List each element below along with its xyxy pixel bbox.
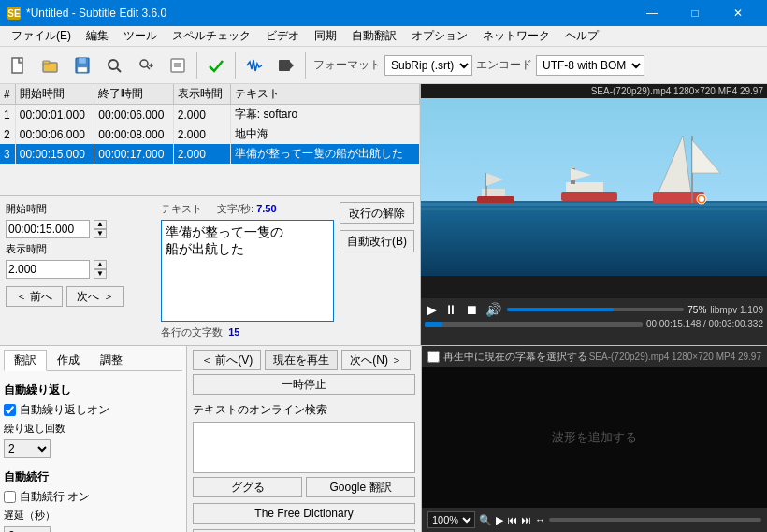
cell-num: 1	[0, 105, 15, 125]
svg-rect-2	[43, 61, 50, 64]
waveform-position-slider[interactable]	[549, 518, 761, 522]
svg-rect-32	[421, 208, 767, 210]
next-btn[interactable]: 次へ ＞	[66, 286, 123, 307]
tab-adjust[interactable]: 調整	[90, 350, 133, 370]
waveform-select-checkbox[interactable]	[427, 351, 440, 363]
svg-rect-4	[79, 58, 86, 64]
online-search-input[interactable]	[193, 422, 415, 473]
start-time-up[interactable]: ▲	[94, 220, 107, 229]
start-time-spinner: ▲ ▼	[94, 220, 107, 238]
menu-autotranslate[interactable]: 自動翻訳	[344, 26, 404, 46]
table-row[interactable]: 2 00:00:06.000 00:00:08.000 2.000 地中海	[0, 124, 420, 144]
auto-continue-checkbox[interactable]	[4, 491, 16, 503]
google-translate-btn[interactable]: Google 翻訳	[306, 477, 415, 497]
svg-rect-10	[171, 59, 184, 72]
open-button[interactable]	[36, 50, 65, 80]
format-select[interactable]: SubRip (.srt)	[384, 55, 472, 76]
waveform-video-info: SEA-(720p29).mp4 1280×720 MP4 29.97	[589, 352, 761, 362]
window-title: *Untitled - Subtitle Edit 3.6.0	[26, 7, 166, 20]
left-panel: # 開始時間 終了時間 表示時間 テキスト 1 00:00:01.000 00:…	[0, 84, 421, 345]
cell-dur: 2.000	[173, 105, 230, 125]
edit-button[interactable]	[163, 50, 193, 80]
svg-rect-16	[421, 201, 767, 276]
subtitle-table[interactable]: # 開始時間 終了時間 表示時間 テキスト 1 00:00:01.000 00:…	[0, 84, 420, 196]
translation-panel: 翻訳 作成 調整 自動繰り返し 自動繰り返しオン 繰り返し回数 234 自動続行…	[0, 346, 187, 532]
char-count-row: 各行の文字数: 15	[161, 325, 334, 339]
menu-options[interactable]: オプション	[404, 26, 475, 46]
close-button[interactable]: ✕	[716, 0, 760, 26]
auto-break-btn[interactable]: 自動改行(B)	[340, 230, 414, 252]
pause-btn[interactable]: ⏸	[442, 302, 459, 317]
table-row[interactable]: 3 00:00:15.000 00:00:17.000 2.000 準備が整って…	[0, 144, 420, 164]
delay-label: 遅延（秒）	[4, 509, 182, 523]
volume-slider[interactable]	[507, 308, 684, 311]
timeline-slider[interactable]	[425, 322, 643, 327]
svg-point-8	[140, 60, 148, 67]
check-button[interactable]	[201, 50, 231, 80]
svg-rect-26	[482, 189, 505, 196]
wf-next-frame[interactable]: ⏭	[521, 514, 531, 525]
table-row[interactable]: 1 00:00:01.000 00:00:06.000 2.000 字幕: so…	[0, 105, 420, 125]
menu-spellcheck[interactable]: スペルチェック	[165, 26, 258, 46]
tools-next-btn[interactable]: 次へ(N) ＞	[341, 350, 411, 370]
wf-prev-frame[interactable]: ⏮	[507, 514, 517, 525]
google-btn[interactable]: ググる	[193, 477, 302, 497]
wf-play[interactable]: ▶	[496, 514, 503, 526]
prev-btn[interactable]: ＜ 前へ	[6, 286, 63, 307]
video-info: SEA-(720p29).mp4 1280×720 MP4 29.97	[421, 84, 767, 98]
encode-select[interactable]: UTF-8 with BOM	[536, 55, 644, 76]
wf-zoom-out[interactable]: 🔍	[479, 514, 492, 526]
edit-area: 開始時間 ▲ ▼ 表示時間 ▲	[0, 196, 420, 345]
stop-btn[interactable]: ⏹	[463, 302, 480, 317]
waveform-button[interactable]	[239, 50, 269, 80]
play-btn[interactable]: ▶	[425, 302, 439, 317]
auto-continue-check-label: 自動続行 オン	[20, 489, 90, 505]
menu-sync[interactable]: 同期	[307, 26, 344, 46]
cell-text: 字幕: softaro	[230, 105, 419, 125]
main-content: # 開始時間 終了時間 表示時間 テキスト 1 00:00:01.000 00:…	[0, 84, 767, 532]
download-button[interactable]	[67, 50, 97, 80]
tools-current-btn[interactable]: 現在を再生	[265, 350, 338, 370]
menu-network[interactable]: ネットワーク	[475, 26, 557, 46]
menu-edit[interactable]: 編集	[79, 26, 116, 46]
replace-button[interactable]	[131, 50, 161, 80]
tab-create[interactable]: 作成	[47, 350, 90, 370]
delay-select[interactable]: 235	[4, 526, 51, 532]
subtitle-text-input[interactable]: 準備が整って一隻の 船が出航した	[161, 220, 334, 322]
menu-video[interactable]: ビデオ	[258, 26, 307, 46]
display-time-up[interactable]: ▲	[94, 260, 107, 269]
start-time-down[interactable]: ▼	[94, 229, 107, 238]
menu-file[interactable]: ファイル(E)	[4, 26, 79, 46]
vol-btn[interactable]: 🔊	[484, 302, 503, 317]
waveform-placeholder-text: 波形を追加する	[552, 429, 637, 446]
cell-start: 00:00:06.000	[15, 124, 94, 144]
minimize-button[interactable]: —	[630, 0, 673, 26]
menu-tools[interactable]: ツール	[116, 26, 165, 46]
toolbar: フォーマット SubRip (.srt) エンコード UTF-8 with BO…	[0, 47, 767, 84]
search-button[interactable]	[99, 50, 129, 80]
auto-repeat-check-label: 自動繰り返しオン	[20, 402, 109, 418]
tools-stop-btn[interactable]: 一時停止	[193, 374, 415, 395]
line-break-btn[interactable]: 改行の解除	[340, 202, 414, 224]
tools-prev-btn[interactable]: ＜ 前へ(V)	[193, 350, 261, 370]
cell-num: 2	[0, 124, 15, 144]
panel-tabs: 翻訳 作成 調整	[4, 350, 182, 371]
repeat-count-select[interactable]: 234	[4, 439, 51, 458]
col-start: 開始時間	[15, 84, 94, 105]
toolbar-separator-2	[235, 52, 236, 79]
dictionary-btn[interactable]: The Free Dictionary	[193, 503, 415, 524]
svg-rect-31	[421, 203, 767, 206]
tab-translate[interactable]: 翻訳	[4, 350, 47, 371]
auto-repeat-checkbox[interactable]	[4, 404, 16, 416]
display-time-input[interactable]	[6, 260, 90, 279]
cell-text: 地中海	[230, 124, 419, 144]
menu-help[interactable]: ヘルプ	[557, 26, 606, 46]
new-button[interactable]	[4, 50, 34, 80]
maximize-button[interactable]: □	[673, 0, 716, 26]
display-time-down[interactable]: ▼	[94, 269, 107, 279]
video-button[interactable]	[271, 50, 301, 80]
start-time-input[interactable]	[6, 220, 90, 238]
title-bar-controls: — □ ✕	[630, 0, 760, 26]
waveform-zoom-select[interactable]: 100% 200% 50%	[427, 511, 475, 528]
wf-extra[interactable]: ↔	[535, 514, 545, 525]
